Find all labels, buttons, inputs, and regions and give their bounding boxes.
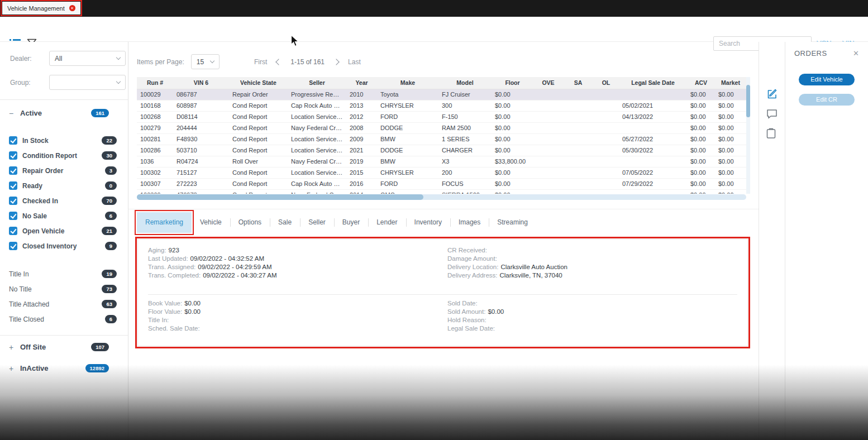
status-filter-item[interactable]: Open Vehicle 21 (0, 223, 128, 238)
title-filter-item[interactable]: Title In 19 (0, 266, 128, 281)
column-header[interactable]: Make (377, 77, 438, 89)
edit-vehicle-button[interactable]: Edit Vehicle (799, 74, 855, 85)
title-filter-item[interactable]: Title Closed 6 (0, 312, 128, 327)
checkbox-checked-icon[interactable] (9, 212, 17, 220)
close-icon[interactable]: ✕ (853, 50, 859, 57)
detail-label: Sold Date: (447, 300, 478, 307)
tab[interactable]: Sale (270, 212, 300, 233)
column-header[interactable]: OVE (533, 77, 563, 89)
tab-close-icon[interactable]: ✕ (69, 5, 75, 11)
column-header[interactable]: OL (593, 77, 619, 89)
chevron-right-icon[interactable] (333, 59, 339, 65)
table-cell: Cond Report (229, 189, 288, 194)
column-header[interactable]: Floor (492, 77, 533, 89)
table-cell (593, 111, 619, 122)
checkbox-checked-icon[interactable] (9, 136, 17, 145)
table-cell: R04724 (173, 156, 229, 167)
status-filter-item[interactable]: Ready 0 (0, 178, 128, 193)
table-cell: Toyota (377, 89, 438, 100)
column-header[interactable]: Year (346, 77, 377, 89)
orders-title: ORDERS (794, 49, 827, 58)
table-cell: Cond Report (229, 122, 288, 133)
status-filter-item[interactable]: In Stock 22 (0, 133, 128, 148)
tab[interactable]: Vehicle (192, 212, 230, 233)
chevron-left-icon[interactable] (276, 59, 282, 65)
status-filter-item[interactable]: Repair Order 3 (0, 163, 128, 178)
tab[interactable]: Lender (368, 212, 406, 233)
tab[interactable]: Inventory (406, 212, 450, 233)
tab[interactable]: Options (230, 212, 270, 233)
scrollbar-thumb[interactable] (746, 85, 750, 117)
table-row[interactable]: 100279 204444 Cond Report Navy Federal C… (137, 122, 746, 133)
title-filter-item[interactable]: Title Attached 63 (0, 296, 128, 312)
status-filter-item[interactable]: Checked In 70 (0, 193, 128, 208)
table-cell (619, 189, 687, 194)
pagination-first-button[interactable]: First (254, 58, 267, 66)
sidebar-section-active[interactable]: − Active 161 (0, 106, 128, 121)
dealer-select[interactable]: All (49, 51, 126, 66)
filter-label: Repair Order (22, 167, 63, 175)
status-filter-item[interactable]: Condition Report 30 (0, 148, 128, 163)
section-label: Off Site (20, 343, 46, 351)
tab[interactable]: Streaming (489, 212, 536, 233)
checkbox-checked-icon[interactable] (9, 242, 17, 250)
sidebar-section-inactive[interactable]: + InActive 12892 (0, 361, 128, 376)
table-row[interactable]: 100281 F48930 Cond Report Location Servi… (137, 133, 746, 145)
table-row[interactable]: 100302 715127 Cond Report Location Servi… (137, 167, 746, 178)
chat-icon[interactable] (766, 109, 778, 119)
tab[interactable]: Buyer (334, 212, 368, 233)
checkbox-checked-icon[interactable] (9, 197, 17, 205)
items-per-page-select[interactable]: 15 (191, 54, 220, 69)
column-header[interactable]: Model (438, 77, 492, 89)
scrollbar-thumb[interactable] (137, 194, 423, 200)
expand-icon[interactable]: + (9, 364, 17, 373)
group-select[interactable] (49, 75, 126, 90)
horizontal-scrollbar[interactable] (137, 194, 746, 200)
table-row[interactable]: 100286 503710 Cond Report Location Servi… (137, 145, 746, 156)
table-cell (593, 122, 619, 133)
checkbox-checked-icon[interactable] (9, 151, 17, 160)
tab[interactable]: Images (450, 212, 489, 233)
table-row[interactable]: 100168 608987 Cond Report Cap Rock Auto … (137, 100, 746, 111)
column-header[interactable]: Seller (288, 77, 346, 89)
vertical-scrollbar[interactable] (746, 77, 750, 194)
title-filter-item[interactable]: No Title 73 (0, 281, 128, 296)
table-cell: 07/29/2022 (619, 178, 687, 189)
detail-field: Trans. Completed:09/02/2022 - 04:30:27 A… (148, 271, 447, 280)
checkbox-checked-icon[interactable] (9, 227, 17, 235)
sidebar-section-off-site[interactable]: + Off Site 107 (0, 339, 128, 355)
table-cell: 100168 (137, 100, 173, 111)
collapse-icon[interactable]: − (9, 109, 17, 118)
clipboard-icon[interactable] (766, 128, 776, 139)
table-row[interactable]: 100307 272223 Cond Report Cap Rock Auto … (137, 178, 746, 189)
edit-cr-button[interactable]: Edit CR (799, 94, 855, 106)
divider (0, 335, 128, 336)
tab[interactable]: Remarketing (137, 212, 192, 233)
table-row[interactable]: 100309 476978 Cond Report Navy Federal C… (137, 189, 746, 194)
column-header[interactable]: Market (715, 77, 746, 89)
column-header[interactable]: ACV (687, 77, 715, 89)
column-header[interactable]: Run # (137, 77, 173, 89)
table-row[interactable]: 100029 086787 Repair Order Progressive R… (137, 89, 746, 100)
checkbox-checked-icon[interactable] (9, 166, 17, 175)
items-per-page-value: 15 (197, 58, 204, 66)
status-filter-item[interactable]: Closed Inventory 9 (0, 238, 128, 254)
table-cell (593, 145, 619, 156)
table-cell (533, 145, 563, 156)
detail-label: Book Value: (148, 300, 182, 307)
column-header[interactable]: Vehicle State (229, 77, 288, 89)
column-header[interactable]: Legal Sale Date (619, 77, 687, 89)
checkbox-checked-icon[interactable] (9, 181, 17, 190)
column-header[interactable]: SA (563, 77, 593, 89)
detail-label: Sched. Sale Date: (148, 325, 200, 332)
expand-icon[interactable]: + (9, 343, 17, 352)
table-row[interactable]: 1036 R04724 Roll Over Navy Federal Credi… (137, 156, 746, 167)
pagination-last-button[interactable]: Last (348, 58, 361, 66)
edit-icon[interactable] (766, 88, 778, 100)
status-filter-item[interactable]: No Sale 6 (0, 208, 128, 223)
filter-label: Condition Report (22, 152, 77, 160)
table-row[interactable]: 100268 D08114 Cond Report Location Servi… (137, 111, 746, 122)
column-header[interactable]: VIN 6 (173, 77, 229, 89)
tab[interactable]: Seller (300, 212, 334, 233)
app-tab-vehicle-management[interactable]: Vehicle Management ✕ (2, 2, 80, 15)
